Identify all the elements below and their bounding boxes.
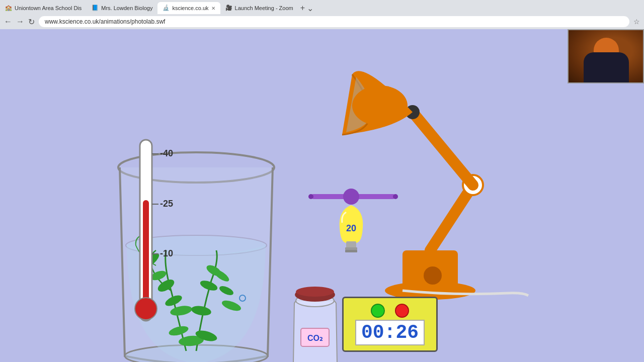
svg-text:-25: -25 [160,199,173,209]
tab-close-kscience[interactable]: ✕ [211,6,215,11]
svg-line-32 [413,112,473,185]
main-content: -40 -25 -10 [0,29,644,362]
tab-zoom[interactable]: 🎥 Launch Meeting - Zoom [220,2,298,14]
forward-button[interactable]: → [16,17,24,26]
svg-rect-40 [345,247,357,250]
tab-label-biology: Mrs. Lowden Biology [101,5,152,11]
svg-text:-40: -40 [160,148,173,158]
tab-actions: + ⌄ [300,4,313,13]
webcam-video [569,30,643,82]
bookmark-button[interactable]: ☆ [633,18,640,26]
timer-display: 00:26 [342,297,438,352]
tab-kscience[interactable]: 🔬 kscience.co.uk ✕ [157,2,220,14]
tab-bar: 🏫 Uniontown Area School Dis 📘 Mrs. Lowde… [0,0,644,14]
svg-point-20 [135,298,157,320]
tab-uniontown[interactable]: 🏫 Uniontown Area School Dis [0,2,87,14]
tab-label-zoom: Launch Meeting - Zoom [235,5,293,11]
back-button[interactable]: ← [4,17,12,26]
svg-text:-10: -10 [160,248,173,258]
browser-chrome: 🏫 Uniontown Area School Dis 📘 Mrs. Lowde… [0,0,644,29]
timer-value: 00:26 [355,320,425,345]
tab-list-button[interactable]: ⌄ [307,4,313,13]
svg-point-29 [424,266,442,285]
timer-start-button[interactable] [371,304,385,318]
address-bar: ← → ↻ www.kscience.co.uk/animations/phot… [0,14,644,29]
person-body [584,52,629,82]
timer-stop-button[interactable] [395,304,409,318]
svg-point-38 [393,194,398,199]
reload-button[interactable]: ↻ [28,17,35,27]
tab-icon-biology: 📘 [92,5,99,12]
new-tab-button[interactable]: + [300,4,305,13]
tab-label-kscience: kscience.co.uk [172,5,208,11]
svg-text:CO₂: CO₂ [307,334,323,342]
tab-biology[interactable]: 📘 Mrs. Lowden Biology [87,2,157,14]
tab-icon-zoom: 🎥 [225,5,232,12]
svg-line-30 [430,185,473,250]
svg-rect-41 [345,250,357,252]
svg-text:20: 20 [346,223,356,233]
svg-point-36 [343,189,359,205]
svg-rect-19 [143,200,149,306]
svg-point-37 [308,194,313,199]
url-bar[interactable]: www.kscience.co.uk/animations/photolab.s… [39,16,629,27]
tab-icon-uniontown: 🏫 [5,5,12,12]
webcam-thumbnail [568,29,644,83]
timer-buttons [371,304,409,318]
svg-point-45 [296,287,334,297]
tab-label-uniontown: Uniontown Area School Dis [15,5,82,11]
url-text: www.kscience.co.uk/animations/photolab.s… [45,18,165,25]
scene-svg: -40 -25 -10 [0,29,568,362]
tab-icon-kscience: 🔬 [163,5,170,12]
svg-rect-39 [346,241,356,248]
svg-point-34 [352,85,408,126]
